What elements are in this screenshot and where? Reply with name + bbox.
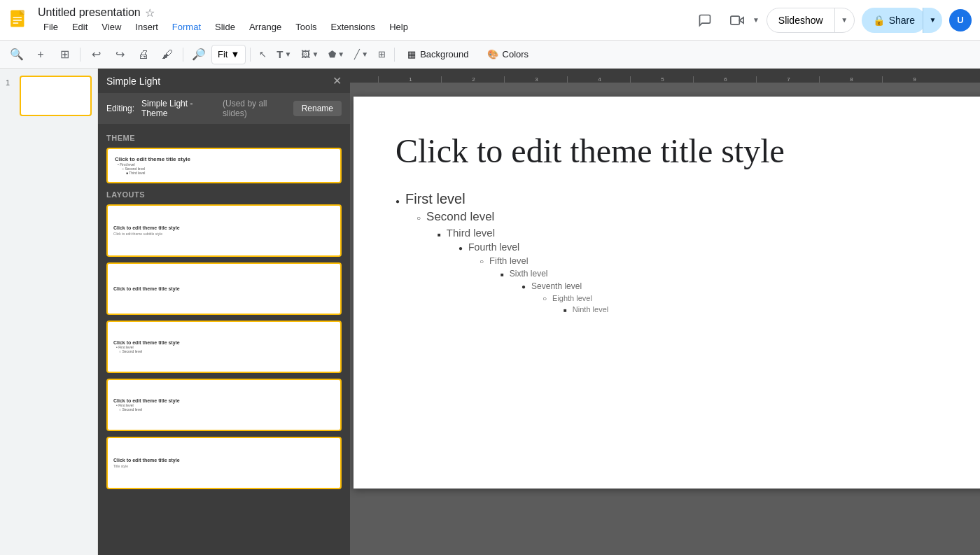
editing-theme-name: Simple Light - Theme — [141, 99, 214, 118]
layout-thumb-2[interactable]: Click to edit theme title style — [106, 262, 342, 315]
bullet-level-1: ● First level — [396, 191, 962, 207]
text-chevron: ▼ — [285, 50, 292, 58]
menu-file[interactable]: File — [38, 20, 64, 34]
menu-edit[interactable]: Edit — [66, 20, 93, 34]
svg-rect-5 — [13, 22, 18, 24]
menu-insert[interactable]: Insert — [130, 20, 164, 34]
layout-thumb-3[interactable]: Click to edit theme title style • First … — [106, 321, 342, 373]
zoom-out-button[interactable]: 🔎 — [188, 45, 210, 64]
menu-arrange[interactable]: Arrange — [244, 20, 287, 34]
bullet-1-text: First level — [405, 191, 465, 207]
theme-thumbnail[interactable]: Click to edit theme title style • First … — [106, 148, 342, 183]
cursor-icon: ↖ — [259, 49, 267, 59]
layout-1-title: Click to edit theme title style — [113, 225, 335, 230]
layout-thumb-4[interactable]: Click to edit theme title style • First … — [106, 379, 342, 431]
bullet-7-marker: ● — [522, 283, 526, 290]
grid-button[interactable]: ⊞ — [53, 45, 76, 64]
text-tool[interactable]: T ▼ — [272, 45, 295, 64]
top-right: ▼ Slideshow ▼ 🔒 Share ▼ U — [692, 8, 972, 33]
video-camera-icon[interactable] — [724, 8, 750, 33]
search-button[interactable]: 🔍 — [6, 45, 28, 64]
shape-icon: ⬟ — [328, 49, 336, 59]
line-chevron: ▼ — [361, 50, 368, 58]
title-area: Untitled presentation ☆ File Edit View I… — [38, 6, 414, 34]
ruler-tick: 6 — [693, 76, 756, 83]
separator-4 — [394, 48, 395, 62]
bullet-6-text: Sixth level — [510, 269, 548, 279]
share-dropdown[interactable]: ▼ — [923, 8, 942, 33]
menu-help[interactable]: Help — [384, 20, 414, 34]
slide-number-1: 1 — [6, 76, 15, 87]
bullet-8-text: Eighth level — [552, 294, 592, 302]
link-tool[interactable]: ⊞ — [374, 45, 390, 64]
editing-used: (Used by all slides) — [223, 99, 288, 118]
avatar[interactable]: U — [949, 9, 972, 31]
image-icon: 🖼 — [301, 49, 310, 59]
bullet-2-marker: ○ — [416, 214, 421, 222]
svg-rect-3 — [13, 17, 22, 18]
menu-slide[interactable]: Slide — [209, 20, 241, 34]
colors-label: Colors — [503, 49, 529, 59]
toolbar: 🔍 + ⊞ ↩ ↪ 🖨 🖌 🔎 Fit ▼ ↖ T ▼ 🖼 ▼ ⬟ ▼ ╱ ▼ … — [0, 41, 980, 69]
layout-thumb-1[interactable]: Click to edit theme title style Click to… — [106, 204, 342, 257]
star-icon[interactable]: ☆ — [145, 6, 155, 20]
layout-thumb-5[interactable]: Click to edit theme title style Title st… — [106, 437, 342, 489]
rename-button[interactable]: Rename — [293, 101, 342, 116]
canvas-area: 1 2 3 4 5 6 7 8 9 1 2 3 — [350, 69, 980, 555]
select-tool[interactable]: ↖ — [255, 45, 271, 64]
app-title[interactable]: Untitled presentation — [38, 6, 141, 19]
svg-marker-6 — [739, 17, 743, 22]
zoom-chevron: ▼ — [230, 49, 239, 59]
separator-1 — [80, 48, 80, 62]
section-layouts-label: LAYOUTS — [106, 190, 342, 199]
slideshow-dropdown[interactable]: ▼ — [834, 8, 854, 32]
zoom-selector[interactable]: Fit ▼ — [211, 45, 246, 64]
bullet-4-marker: ● — [458, 244, 463, 252]
print-button[interactable]: 🖨 — [132, 45, 155, 64]
slide-preview-1[interactable] — [20, 76, 92, 116]
ruler-tick: 4 — [567, 76, 630, 83]
horizontal-ruler: 1 2 3 4 5 6 7 8 9 — [350, 69, 980, 83]
undo-button[interactable]: ↩ — [85, 45, 107, 64]
menu-format[interactable]: Format — [167, 20, 206, 34]
separator-2 — [183, 48, 183, 62]
layout-3-title: Click to edit theme title style — [113, 340, 335, 345]
slideshow-main-button[interactable]: Slideshow — [767, 8, 834, 32]
slide-main-title[interactable]: Click to edit theme title style — [396, 132, 962, 170]
add-button[interactable]: + — [29, 45, 52, 64]
share-button[interactable]: 🔒 Share — [862, 8, 926, 33]
ruler-tick: 8 — [819, 76, 882, 83]
image-tool[interactable]: 🖼 ▼ — [297, 45, 323, 64]
slide-canvas[interactable]: Click to edit theme title style ● First … — [354, 97, 980, 489]
theme-panel: Simple Light ✕ Editing: Simple Light - T… — [98, 69, 350, 555]
colors-button[interactable]: 🎨 Colors — [479, 45, 538, 64]
theme-thumb-title: Click to edit theme title style — [115, 156, 333, 162]
background-button[interactable]: ▦ Background — [399, 45, 477, 64]
bullet-3-marker: ■ — [438, 232, 441, 238]
shape-tool[interactable]: ⬟ ▼ — [324, 45, 349, 64]
svg-rect-7 — [731, 16, 740, 24]
slide-thumb-1[interactable]: 1 — [6, 76, 92, 116]
shape-chevron: ▼ — [337, 50, 344, 58]
layout-2-title: Click to edit theme title style — [113, 286, 335, 291]
paint-format-button[interactable]: 🖌 — [156, 45, 178, 64]
slideshow-button[interactable]: Slideshow ▼ — [766, 8, 855, 33]
theme-content: THEME Click to edit theme title style • … — [98, 124, 350, 555]
share-label: Share — [889, 15, 915, 26]
redo-button[interactable]: ↪ — [108, 45, 131, 64]
bullet-5-text: Fifth level — [489, 255, 528, 266]
menu-tools[interactable]: Tools — [290, 20, 322, 34]
slide-canvas-container[interactable]: 1 2 3 4 5 Click to edit theme title styl… — [350, 83, 980, 555]
video-chevron[interactable]: ▼ — [752, 16, 760, 24]
menu-extensions[interactable]: Extensions — [326, 20, 382, 34]
theme-close-button[interactable]: ✕ — [332, 74, 342, 87]
ruler-tick: 9 — [882, 76, 945, 83]
comment-icon[interactable] — [692, 8, 718, 33]
menu-view[interactable]: View — [96, 20, 127, 34]
ruler-tick: 5 — [630, 76, 693, 83]
line-tool[interactable]: ╱ ▼ — [350, 45, 372, 64]
lock-icon: 🔒 — [873, 15, 885, 26]
layout-1-sub: Click to edit theme subtitle style — [113, 232, 335, 236]
ruler-tick: 3 — [504, 76, 567, 83]
bullet-7-text: Seventh level — [531, 281, 582, 291]
